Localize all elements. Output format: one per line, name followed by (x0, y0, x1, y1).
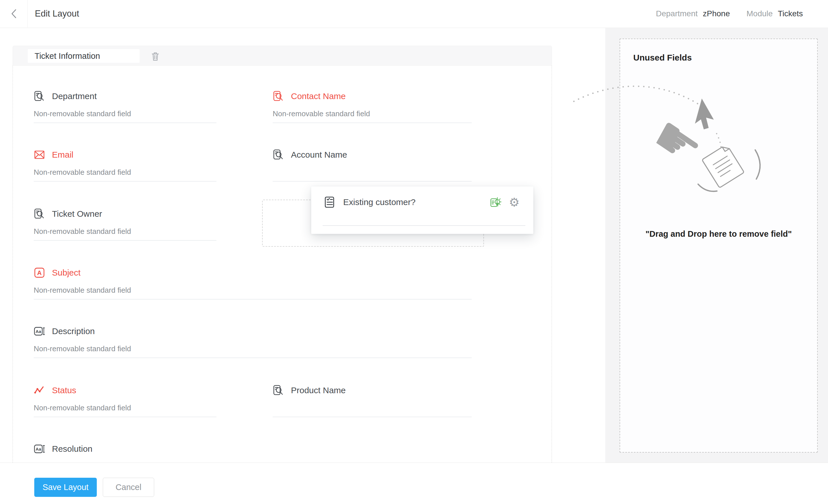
field-label: Status (52, 385, 76, 395)
delete-section-button[interactable] (149, 50, 162, 63)
top-bar: Edit Layout Department zPhone Module Tic… (0, 0, 828, 28)
field-underline (34, 358, 472, 358)
field-underline (34, 123, 216, 123)
svg-text:A: A (37, 269, 42, 277)
context-meta: Department zPhone Module Tickets (656, 0, 803, 28)
field-ticket-owner[interactable]: Ticket Owner Non-removable standard fiel… (34, 207, 216, 241)
field-label: Ticket Owner (52, 209, 102, 219)
field-product-name[interactable]: Product Name (273, 383, 472, 417)
lookup-icon (273, 149, 284, 161)
text-icon: Aa (34, 443, 45, 455)
cancel-button[interactable]: Cancel (103, 478, 154, 497)
section-header (12, 46, 552, 66)
field-label: Resolution (52, 444, 92, 454)
letter-a-icon: A (34, 267, 45, 279)
field-underline (34, 417, 216, 417)
dragged-field-existing-customer[interactable]: Existing customer? ⚙ (311, 186, 533, 234)
field-status[interactable]: Status Non-removable standard field (34, 383, 216, 417)
field-label: Email (52, 150, 73, 160)
field-underline (273, 123, 472, 123)
field-label: Description (52, 326, 95, 336)
section-name-input[interactable] (28, 49, 139, 63)
dragged-field-label: Existing customer? (343, 197, 415, 207)
field-department[interactable]: Department Non-removable standard field (34, 89, 216, 123)
field-underline (34, 181, 216, 182)
back-chevron-icon (10, 8, 17, 19)
field-label: Contact Name (291, 91, 346, 101)
layout-editor-canvas: Department Non-removable standard field … (0, 28, 828, 463)
field-helper: Non-removable standard field (273, 109, 472, 119)
department-value[interactable]: zPhone (703, 9, 730, 18)
field-helper: Non-removable standard field (34, 227, 216, 236)
module-value[interactable]: Tickets (778, 9, 803, 18)
checklist-icon (324, 196, 336, 208)
page-title: Edit Layout (35, 0, 79, 28)
suggestion-icon[interactable] (490, 196, 502, 209)
field-underline (273, 181, 472, 182)
field-description[interactable]: Aa Description Non-removable standard fi… (34, 324, 472, 358)
field-helper (273, 168, 472, 177)
field-resolution[interactable]: Aa Resolution (34, 442, 216, 463)
field-underline (273, 417, 472, 417)
field-email[interactable]: Email Non-removable standard field (34, 148, 216, 182)
footer-bar: Save Layout Cancel (0, 463, 828, 504)
unused-fields-title: Unused Fields (633, 53, 692, 62)
field-account-name[interactable]: Account Name (273, 148, 472, 182)
field-helper: Non-removable standard field (34, 286, 472, 295)
dragged-field-underline (323, 225, 525, 226)
field-contact-name[interactable]: Contact Name Non-removable standard fiel… (273, 89, 472, 123)
field-helper: Non-removable standard field (34, 168, 216, 177)
lookup-icon (34, 90, 45, 102)
field-subject[interactable]: A Subject Non-removable standard field (34, 266, 472, 300)
svg-text:Aa: Aa (35, 447, 41, 452)
field-helper: Non-removable standard field (34, 109, 216, 119)
department-label: Department (656, 9, 698, 18)
field-underline (34, 240, 216, 241)
lookup-icon (273, 90, 284, 102)
field-label: Product Name (291, 385, 346, 395)
lookup-icon (34, 208, 45, 220)
field-helper: Non-removable standard field (34, 404, 216, 413)
module-label: Module (747, 9, 773, 18)
email-icon (34, 149, 45, 161)
unused-fields-hint: "Drag and Drop here to remove field" (620, 229, 817, 239)
gear-icon[interactable]: ⚙ (509, 196, 520, 209)
trash-icon (151, 52, 160, 61)
text-icon: Aa (34, 326, 45, 337)
back-button[interactable] (0, 0, 28, 28)
lookup-icon (273, 385, 284, 396)
field-label: Subject (52, 268, 81, 278)
field-label: Department (52, 91, 97, 101)
field-helper (273, 404, 472, 413)
field-helper: Non-removable standard field (34, 344, 472, 353)
field-label: Account Name (291, 150, 347, 160)
trend-icon (34, 385, 45, 396)
save-layout-button[interactable]: Save Layout (34, 478, 97, 497)
unused-fields-dropzone[interactable]: Unused Fields "Drag and Drop here to rem… (620, 39, 818, 453)
svg-text:Aa: Aa (35, 329, 41, 334)
field-underline (34, 299, 472, 300)
